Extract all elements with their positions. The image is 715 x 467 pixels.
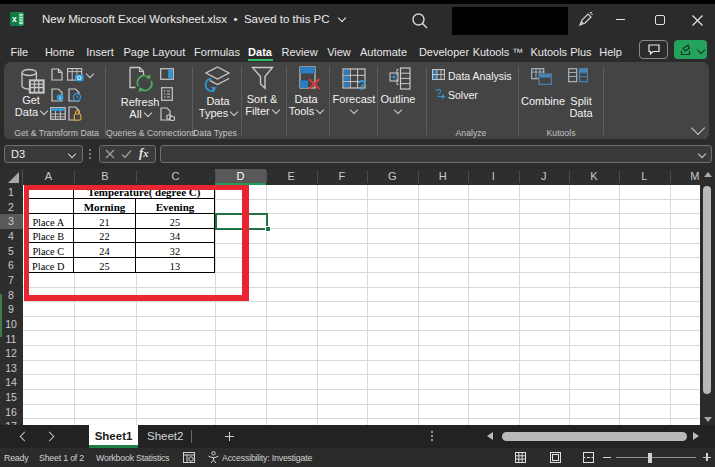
- svg-text:?: ?: [357, 76, 366, 93]
- svg-text:x: x: [12, 14, 17, 24]
